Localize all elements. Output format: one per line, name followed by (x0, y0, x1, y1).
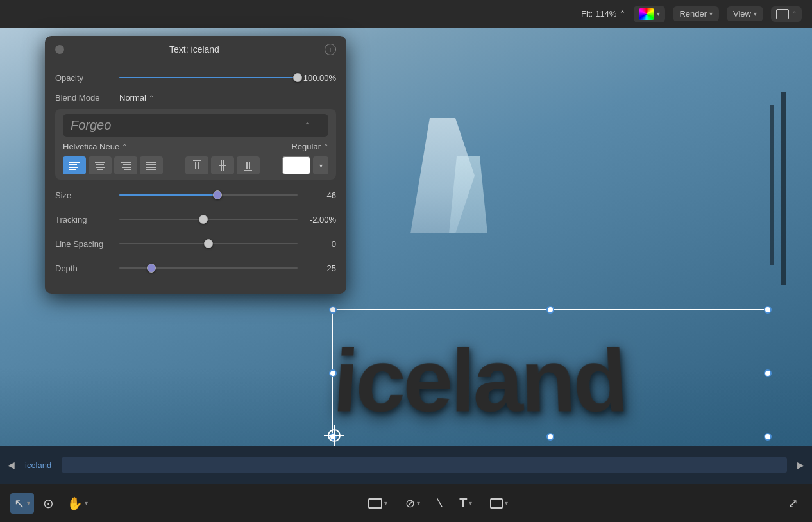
size-slider-area[interactable] (119, 194, 298, 196)
align-justify-button[interactable] (140, 156, 163, 174)
text-panel: Text: iceland i Opacity 100.00% Blend Mo… (45, 36, 346, 294)
svg-rect-20 (221, 160, 222, 171)
font-style-row: Helvetica Neue ⌃ Regular ⌃ (63, 142, 328, 151)
tracking-row: Tracking -2.00% (55, 210, 336, 228)
fit-chevron: ⌃ (619, 9, 626, 19)
paint-tool-button[interactable]: ⊘ ▾ (402, 494, 424, 513)
svg-rect-23 (246, 162, 248, 169)
align-separator (174, 158, 174, 173)
size-value: 46 (298, 190, 336, 200)
vert-align-row (185, 156, 260, 174)
brush-tool-button[interactable]: / (434, 493, 446, 513)
tracking-track[interactable] (119, 219, 298, 220)
align-right-button[interactable] (114, 156, 137, 174)
rect-tool-button[interactable]: ▾ (364, 496, 391, 511)
orbit-icon: ⊙ (43, 496, 54, 511)
font-dropdown[interactable]: Forgeo ⌃ (63, 114, 328, 137)
color-expand-button[interactable]: ▾ (313, 156, 328, 174)
size-thumb[interactable] (213, 190, 222, 199)
info-icon: i (330, 46, 331, 53)
line-spacing-thumb[interactable] (204, 239, 213, 248)
fullscreen-button[interactable]: ⤢ (784, 494, 802, 513)
svg-rect-12 (146, 162, 156, 163)
svg-rect-11 (124, 169, 131, 170)
color-picker-button[interactable]: ▾ (634, 6, 665, 22)
text-color-swatch[interactable] (282, 156, 310, 174)
svg-rect-0 (69, 162, 80, 163)
text-icon: T (459, 496, 467, 510)
tracking-value: -2.00% (298, 215, 336, 224)
timeline-track[interactable] (62, 457, 787, 473)
svg-rect-5 (96, 164, 104, 165)
hand-tool-button[interactable]: ✋ ▾ (63, 493, 92, 514)
align-separator-2 (271, 158, 271, 173)
vert-align-top-button[interactable] (185, 156, 208, 174)
view-button[interactable]: View ▾ (727, 6, 763, 21)
tools-center: ▾ ⊘ ▾ / T ▾ ▾ (364, 493, 512, 513)
vert-align-bot-button[interactable] (237, 156, 260, 174)
align-left-button[interactable] (63, 156, 86, 174)
svg-rect-15 (146, 169, 156, 170)
depth-label: Depth (55, 264, 119, 273)
orbit-tool-button[interactable]: ⊙ (39, 493, 58, 514)
brush-icon: / (433, 496, 446, 509)
svg-rect-17 (195, 162, 196, 169)
svg-rect-8 (121, 162, 131, 163)
vert-align-mid-button[interactable] (211, 156, 234, 174)
structure-right (781, 92, 786, 285)
panel-header: Text: iceland i (45, 36, 346, 62)
select-icon: ↖ (14, 496, 25, 511)
render-button[interactable]: Render ▾ (673, 6, 719, 21)
font-style-selector[interactable]: Regular ⌃ (291, 142, 328, 151)
svg-rect-4 (95, 162, 105, 163)
depth-track[interactable] (119, 267, 298, 269)
font-name-chevron: ⌃ (122, 143, 127, 150)
shape-chevron: ▾ (505, 500, 508, 507)
opacity-slider-area[interactable] (119, 77, 298, 78)
text-align-row (63, 156, 163, 174)
opacity-thumb[interactable] (293, 73, 302, 82)
svg-rect-13 (146, 164, 156, 165)
depth-thumb[interactable] (147, 264, 156, 273)
select-tool-button[interactable]: ↖ ▾ (10, 493, 34, 514)
panel-body: Opacity 100.00% Blend Mode Normal ⌃ Forg… (45, 62, 346, 277)
tracking-slider-area[interactable] (119, 219, 298, 220)
size-fill (119, 194, 217, 196)
depth-slider-area[interactable] (119, 267, 298, 269)
render-label: Render (679, 9, 707, 19)
paint-chevron: ▾ (417, 500, 420, 507)
shape-tool-button[interactable]: ▾ (486, 496, 512, 511)
select-chevron: ▾ (27, 500, 30, 507)
panel-close-button[interactable] (55, 45, 64, 54)
svg-rect-1 (69, 164, 77, 165)
fit-control[interactable]: Fit: 114% ⌃ (581, 9, 626, 19)
hand-chevron: ▾ (85, 500, 88, 507)
tools-left: ↖ ▾ ⊙ ✋ ▾ (10, 493, 92, 514)
rect-chevron: ▾ (384, 500, 387, 507)
blend-mode-row: Blend Mode Normal ⌃ (55, 93, 336, 103)
fullscreen-icon: ⤢ (788, 496, 798, 510)
render-chevron: ▾ (709, 10, 713, 17)
opacity-track[interactable] (119, 77, 298, 78)
opacity-fill (119, 77, 298, 78)
layout-button[interactable]: ⌃ (771, 6, 802, 22)
canvas-text-iceland[interactable]: iceland (330, 330, 629, 433)
svg-rect-14 (146, 167, 156, 168)
depth-row: Depth 25 (55, 259, 336, 277)
color-chevron: ▾ (657, 10, 660, 17)
tracking-thumb[interactable] (199, 215, 208, 224)
svg-rect-3 (69, 169, 76, 170)
size-track[interactable] (119, 194, 298, 196)
line-spacing-track[interactable] (119, 243, 298, 244)
blend-mode-text: Normal (119, 93, 146, 103)
opacity-row: Opacity 100.00% (55, 69, 336, 87)
top-toolbar: Fit: 114% ⌃ ▾ Render ▾ View ▾ ⌃ (0, 0, 812, 28)
text-tool-button[interactable]: T ▾ (455, 493, 476, 513)
panel-info-button[interactable]: i (325, 44, 336, 55)
blend-mode-selector[interactable]: Normal ⌃ (119, 93, 154, 103)
svg-rect-24 (249, 162, 250, 169)
line-spacing-slider-area[interactable] (119, 243, 298, 244)
align-center-button[interactable] (89, 156, 112, 174)
svg-rect-2 (69, 167, 78, 168)
font-name-selector[interactable]: Helvetica Neue ⌃ (63, 142, 127, 151)
